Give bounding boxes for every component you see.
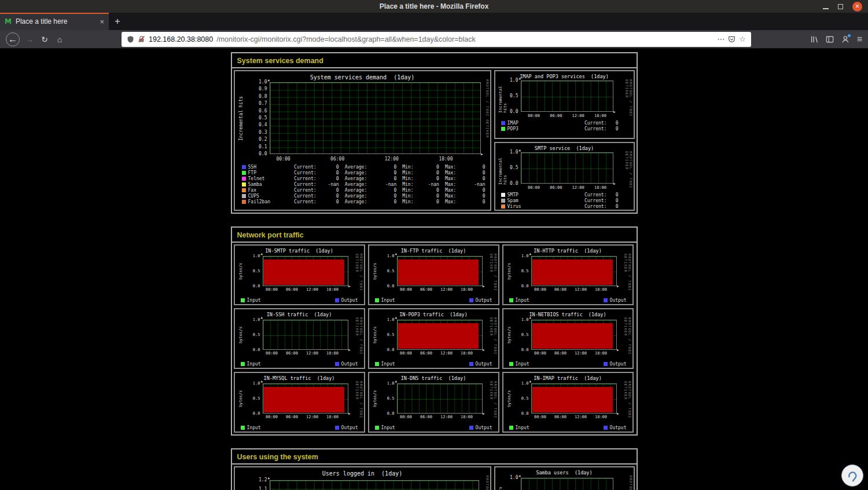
legend-average-value: 0 xyxy=(373,164,396,170)
smtp-graph[interactable]: SMTP service (1day) Incremental hits 1.0… xyxy=(494,142,635,211)
input-label: Input xyxy=(381,425,395,430)
network-port-graph[interactable]: IN-NETBIOS traffic (1day) bytes/s 1.0 0.… xyxy=(502,308,634,369)
traffic-area-fill xyxy=(398,323,479,349)
forward-button[interactable]: → xyxy=(23,35,36,44)
section-body: System services demand (1day) Incrementa… xyxy=(232,68,637,213)
graph-title: IN-SMTP traffic (1day) xyxy=(235,248,364,254)
library-icon[interactable] xyxy=(810,35,818,43)
users-logged-in-graph[interactable]: Users logged in (1day) 1.21.1 ▲ RRDTOOL … xyxy=(234,466,491,490)
new-tab-button[interactable]: + xyxy=(109,13,126,30)
axis-arrow-right: ▶ xyxy=(348,412,351,415)
y-tick: 0.0 xyxy=(510,109,518,114)
floating-logo-badge[interactable] xyxy=(841,465,863,487)
legend-average-value: 0 xyxy=(373,193,396,199)
y-tick: 0.5 xyxy=(387,269,395,273)
graph-title: IN-HTTP traffic (1day) xyxy=(503,248,632,254)
network-port-graph[interactable]: IN-POP3 traffic (1day) bytes/s 1.0 0.5 0… xyxy=(368,308,499,369)
page-actions-icon[interactable]: ⋯ xyxy=(717,35,724,43)
legend-min-label: Min: xyxy=(402,164,418,170)
legend-min-value: 0 xyxy=(418,199,439,204)
url-input[interactable]: 192.168.20.38:8080 /monitorix-cgi/monito… xyxy=(122,32,751,47)
y-axis-label: bytes/s xyxy=(507,382,512,415)
x-tick: 00:00 xyxy=(533,287,548,292)
legend-current-label: Current: xyxy=(294,199,319,204)
axis-arrow-up: ▲ xyxy=(395,316,398,319)
input-label: Input xyxy=(381,298,395,303)
legend-min-value: 0 xyxy=(418,170,439,175)
legend-current-value: 0 xyxy=(319,170,339,175)
network-port-graph[interactable]: IN-FTP traffic (1day) bytes/s 1.0 0.5 0.… xyxy=(368,244,499,305)
network-port-graph[interactable]: IN-MYSQL traffic (1day) bytes/s 1.0 0.5 … xyxy=(234,372,365,433)
section-header: Network port traffic xyxy=(232,228,637,243)
page-viewport: System services demand System services d… xyxy=(0,49,868,490)
plot-area: ▲ ▶ xyxy=(263,320,348,350)
legend-color-swatch xyxy=(242,194,246,198)
legend-min-value: -nan xyxy=(418,182,439,187)
legend-min-label: Min: xyxy=(402,188,418,193)
legend-max-value: 0 xyxy=(462,199,486,204)
y-tick: 0.3 xyxy=(259,130,267,135)
section-title: Network port traffic xyxy=(237,231,304,239)
maximize-button[interactable] xyxy=(838,4,843,9)
hamburger-menu-icon[interactable]: ≡ xyxy=(857,34,862,45)
minimize-button[interactable] xyxy=(823,3,829,9)
y-axis-label: bytes/s xyxy=(238,255,243,287)
x-axis-ticks: 00:00 06:00 12:00 18:00 xyxy=(264,287,340,292)
plot-area: ▲ ▶ xyxy=(270,82,481,154)
home-button[interactable]: ⌂ xyxy=(53,35,66,44)
reload-button[interactable]: ↻ xyxy=(38,35,51,44)
bookmark-star-icon[interactable]: ☆ xyxy=(739,35,746,43)
tab-place-a-title-here[interactable]: M Place a title here × xyxy=(0,13,109,30)
legend-current-value: 0 xyxy=(319,176,339,181)
legend-row: Spam Current: 0 xyxy=(501,198,619,203)
input-label: Input xyxy=(516,298,529,303)
legend-row: Fail2ban Current: 0 Average: 0 Min: 0 Ma… xyxy=(242,199,486,204)
swirl-logo-icon xyxy=(845,468,860,483)
network-port-graph[interactable]: IN-SMTP traffic (1day) bytes/s 1.0 0.5 0… xyxy=(234,244,365,305)
tracking-protection-shield-icon[interactable] xyxy=(127,35,134,43)
x-tick: 18:00 xyxy=(592,114,608,118)
input-color-swatch xyxy=(375,426,379,430)
network-port-graph[interactable]: IN-SSH traffic (1day) bytes/s 1.0 0.5 0.… xyxy=(234,308,365,369)
samba-users-graph[interactable]: Samba users (1day) Users 1.00.5 ▲ RRDTOO… xyxy=(494,466,635,490)
x-axis-ticks: 00:00 06:00 12:00 18:00 xyxy=(264,415,340,419)
legend-current-label: Current: xyxy=(584,198,607,203)
input-legend-item: Input xyxy=(509,361,529,367)
tab-close-icon[interactable]: × xyxy=(100,17,104,26)
graph-title: IN-FTP traffic (1day) xyxy=(369,248,498,254)
legend-max-value: 0 xyxy=(462,164,486,170)
legend-current-value: -nan xyxy=(319,182,339,187)
y-tick: 1.0 xyxy=(387,317,395,322)
y-axis-ticks: 1.0 0.5 0.0 xyxy=(517,317,529,352)
network-port-graph[interactable]: IN-IMAP traffic (1day) bytes/s 1.0 0.5 0… xyxy=(502,372,634,433)
legend-color-swatch xyxy=(242,165,246,169)
legend-min-value: 0 xyxy=(418,164,439,170)
legend-row: FTP Current: 0 Average: 0 Min: 0 Max: 0 xyxy=(242,170,486,175)
account-icon[interactable] xyxy=(841,35,849,43)
section-body: Users logged in (1day) 1.21.1 ▲ RRDTOOL … xyxy=(232,465,637,490)
network-port-graph[interactable]: IN-HTTP traffic (1day) bytes/s 1.0 0.5 0… xyxy=(502,244,634,305)
services-demand-graph[interactable]: System services demand (1day) Incrementa… xyxy=(234,70,491,211)
y-tick: 0.0 xyxy=(521,411,529,416)
sidebar-toggle-icon[interactable] xyxy=(826,35,834,43)
graph-title: IN-MYSQL traffic (1day) xyxy=(235,375,364,381)
pocket-icon[interactable] xyxy=(728,35,735,43)
legend-current-value: 0 xyxy=(319,164,339,170)
x-tick: 00:00 xyxy=(275,156,292,162)
y-tick: 0.7 xyxy=(259,101,267,106)
y-axis-label: bytes/s xyxy=(507,319,512,351)
y-tick: 0.5 xyxy=(510,166,518,170)
legend-min-value: 0 xyxy=(418,193,439,199)
monitorix-favicon-icon: M xyxy=(5,17,12,25)
output-color-swatch xyxy=(335,426,339,430)
graph-legend: Input Output xyxy=(375,425,492,430)
network-port-graph[interactable]: IN-DNS traffic (1day) bytes/s 1.0 0.5 0.… xyxy=(368,372,499,433)
back-button[interactable]: ← xyxy=(6,32,20,46)
legend-series-name: SSH xyxy=(248,164,295,170)
close-button[interactable]: × xyxy=(852,2,862,12)
imap-pop3-graph[interactable]: IMAP and POP3 services (1day) Incrementa… xyxy=(494,70,635,139)
services-legend: SSH Current: 0 Average: 0 Min: 0 Max: 0 xyxy=(242,164,486,204)
insecure-lock-icon[interactable] xyxy=(138,35,145,43)
traffic-area-fill xyxy=(532,323,613,349)
y-axis-label: bytes/s xyxy=(373,255,377,287)
